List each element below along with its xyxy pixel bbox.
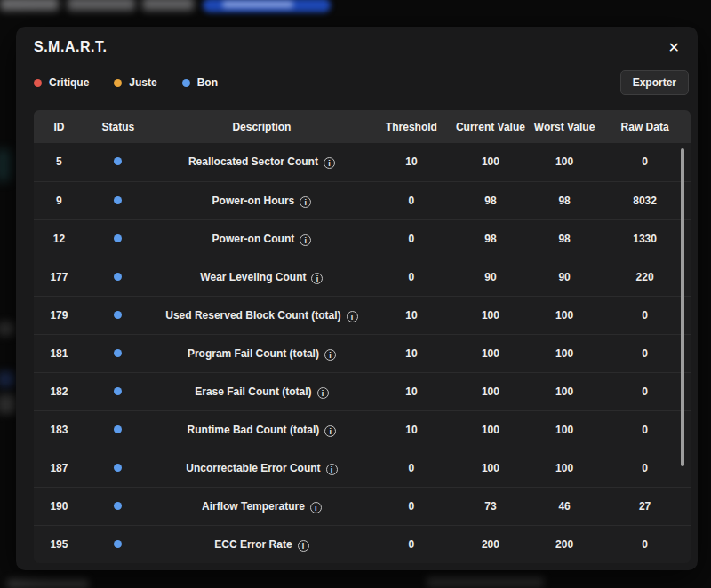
cell-description: Program Fail Count (total)i <box>152 334 371 372</box>
info-icon[interactable]: i <box>310 502 322 513</box>
background-blurred-text <box>68 0 135 11</box>
info-icon[interactable]: i <box>300 234 311 246</box>
background-blurred-mark <box>0 394 16 414</box>
info-icon[interactable]: i <box>324 425 336 437</box>
export-button[interactable]: Exporter <box>620 70 689 95</box>
legend-label: Juste <box>129 76 156 89</box>
cell-id: 190 <box>34 487 84 525</box>
cell-current-value: 73 <box>451 487 530 525</box>
cell-current-value: 100 <box>451 449 530 487</box>
cell-raw-data: 0 <box>599 410 691 449</box>
close-icon: ✕ <box>668 40 680 55</box>
description-label: Uncorrectable Error Count <box>186 461 320 473</box>
background-blurred-mark <box>0 322 14 336</box>
legend-item-juste: Juste <box>114 76 156 89</box>
cell-id: 12 <box>34 219 84 258</box>
cell-worst-value: 100 <box>530 296 599 334</box>
info-icon[interactable]: i <box>300 196 311 208</box>
table-row: 187Uncorrectable Error Counti01001000 <box>34 449 691 487</box>
cell-raw-data: 0 <box>599 143 691 181</box>
cell-raw-data: 0 <box>599 372 691 410</box>
legend-item-critique: Critique <box>34 76 89 89</box>
background-blurred-text <box>427 576 544 587</box>
status-dot-icon <box>114 311 122 319</box>
description-label: Airflow Temperature <box>202 499 305 512</box>
scrollbar-thumb[interactable] <box>681 148 684 466</box>
cell-description: Wear Leveling Counti <box>152 258 371 296</box>
info-icon[interactable]: i <box>298 540 309 552</box>
bon-dot-icon <box>182 79 190 87</box>
column-header-threshold: Threshold <box>371 110 451 143</box>
status-dot-icon <box>114 234 122 242</box>
cell-current-value: 98 <box>451 181 530 219</box>
cell-raw-data: 8032 <box>599 181 691 219</box>
cell-threshold: 10 <box>371 334 451 372</box>
legend-label: Critique <box>49 76 89 89</box>
background-blurred-mark <box>0 371 14 387</box>
description-label: ECC Error Rate <box>214 538 292 551</box>
cell-worst-value: 100 <box>530 372 599 410</box>
cell-current-value: 100 <box>451 410 530 449</box>
table-row: 190Airflow Temperaturei0734627 <box>34 487 691 525</box>
close-button[interactable]: ✕ <box>665 37 683 59</box>
table-row: 182Erase Fail Count (total)i101001000 <box>34 372 691 410</box>
status-dot-icon <box>114 196 122 204</box>
cell-id: 177 <box>34 258 84 296</box>
info-icon[interactable]: i <box>347 311 358 322</box>
cell-id: 9 <box>34 181 84 219</box>
cell-threshold: 0 <box>371 487 451 525</box>
info-icon[interactable]: i <box>326 464 338 475</box>
cell-status <box>84 143 152 181</box>
cell-threshold: 10 <box>371 410 451 449</box>
cell-current-value: 100 <box>451 296 530 334</box>
status-dot-icon <box>114 273 122 281</box>
cell-worst-value: 46 <box>530 487 599 525</box>
cell-status <box>84 219 152 258</box>
column-header-current-value: Current Value <box>451 110 530 143</box>
cell-worst-value: 100 <box>530 410 599 449</box>
cell-description: Erase Fail Count (total)i <box>152 372 371 410</box>
table-row: 5Reallocated Sector Counti101001000 <box>34 143 691 181</box>
dialog-title: S.M.A.R.T. <box>34 37 107 55</box>
cell-threshold: 10 <box>371 296 451 334</box>
cell-current-value: 200 <box>451 525 530 563</box>
cell-status <box>84 296 152 334</box>
cell-threshold: 0 <box>371 258 451 296</box>
column-header-raw-data: Raw Data <box>599 110 691 143</box>
description-label: Wear Leveling Count <box>200 270 306 282</box>
legend-item-bon: Bon <box>182 76 218 89</box>
background-blurred-button-label <box>222 1 293 8</box>
dialog-header: S.M.A.R.T. ✕ <box>16 27 698 59</box>
status-dot-icon <box>114 464 122 472</box>
info-icon[interactable]: i <box>324 349 336 361</box>
cell-id: 187 <box>34 449 84 487</box>
status-dot-icon <box>114 425 122 433</box>
cell-threshold: 0 <box>371 181 451 219</box>
description-label: Power-on Count <box>212 232 295 244</box>
info-icon[interactable]: i <box>311 273 323 284</box>
cell-status <box>84 258 152 296</box>
column-header-worst-value: Worst Value <box>530 110 599 143</box>
table-scrollbar[interactable] <box>681 146 684 556</box>
status-legend: Critique Juste Bon <box>34 76 218 89</box>
cell-description: Power-on Counti <box>152 219 371 258</box>
cell-raw-data: 0 <box>599 334 691 372</box>
background-blurred-text <box>142 0 194 11</box>
cell-id: 5 <box>34 143 84 181</box>
cell-status <box>84 334 152 372</box>
info-icon[interactable]: i <box>324 157 335 169</box>
cell-worst-value: 200 <box>530 525 599 563</box>
status-dot-icon <box>114 349 122 357</box>
info-icon[interactable]: i <box>317 387 329 399</box>
cell-worst-value: 98 <box>530 181 599 219</box>
table-header: ID Status Description Threshold Current … <box>34 110 691 143</box>
table-row: 177Wear Leveling Counti09090220 <box>34 258 691 296</box>
cell-status <box>84 525 152 563</box>
status-dot-icon <box>114 502 122 510</box>
description-label: Power-on Hours <box>212 194 295 206</box>
status-dot-icon <box>114 157 122 165</box>
smart-table: ID Status Description Threshold Current … <box>34 110 691 563</box>
table-row: 12Power-on Counti098981330 <box>34 219 691 258</box>
cell-description: ECC Error Ratei <box>152 525 371 563</box>
description-label: Used Reserved Block Count (total) <box>165 308 340 321</box>
